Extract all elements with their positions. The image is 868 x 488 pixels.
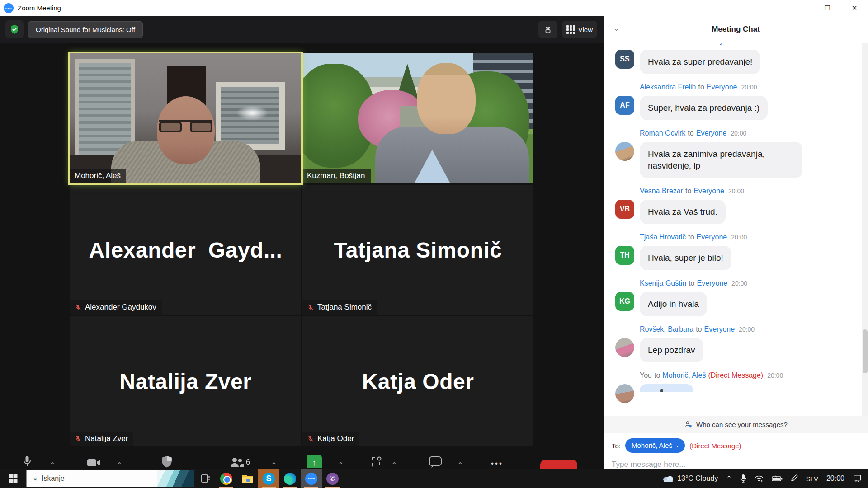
recipient-name: Everyone [696,129,727,137]
participant-name: Kuzman, Boštjan [307,171,365,180]
participants-options-chevron[interactable]: ⌃ [271,461,277,468]
message-bubble [640,384,693,392]
recipient-name: Everyone [697,233,727,241]
windows-taskbar: ⌕ Iskanje S zoom ✆ 13°C Cloudy ⌃ [0,469,868,488]
tray-battery[interactable] [768,469,787,488]
record-button[interactable] [371,455,382,468]
chat-scrollbar[interactable] [862,43,868,416]
to-word: to [688,129,693,137]
hidden-icons-button[interactable]: ⌃ [722,469,736,488]
more-button[interactable]: ••• [491,459,503,468]
skype-icon: S [263,473,275,485]
minimize-button[interactable]: – [787,0,814,16]
to-word: to [697,43,703,45]
zoom-logo-icon: zoom [4,3,14,13]
participants-button[interactable]: 6 [230,456,250,468]
message-time: 20:00 [731,280,747,287]
language-indicator[interactable]: SLV [802,469,822,488]
restore-button[interactable]: ❐ [814,0,841,16]
share-screen-button[interactable]: ↑ [307,455,322,468]
record-options-chevron[interactable]: ⌃ [392,461,397,468]
message-time: 19:59 [740,43,755,45]
task-view-icon [200,474,211,483]
chat-bubble-icon [429,455,442,468]
chat-message: AF Aleksandra Frelih to Everyone 20:00 S… [615,83,859,120]
taskbar-file-explorer[interactable] [237,469,258,488]
wifi-icon [755,475,764,482]
view-button[interactable]: View [562,21,597,38]
tray-microphone[interactable] [736,469,750,488]
avatar: AF [615,96,634,115]
chat-message: KG Ksenija Guštin to Everyone 20:00 Adij… [615,279,859,316]
sender-name: You [640,371,652,380]
chat-message: Rovšek, Barbara to Everyone 20:00 Lep po… [615,325,859,362]
original-sound-button[interactable]: Original Sound for Musicians: Off [28,21,143,38]
camera-icon [87,457,100,468]
tray-pen[interactable] [787,469,802,488]
chat-title: Meeting Chat [712,25,760,34]
muted-mic-icon [75,304,82,311]
recipient-selected: Mohorič, Aleš [632,441,672,449]
chat-message: TH Tjaša Hrovatič to Everyone 20:00 Hval… [615,233,859,270]
taskbar-zoom[interactable]: zoom [301,469,322,488]
taskbar-skype[interactable]: S [258,469,279,488]
leave-button[interactable] [540,460,577,469]
mic-options-chevron[interactable]: ⌃ [50,461,55,468]
meeting-toolbar: ⌃ ⌃ 6 ⌃ ↑ ⌃ ⌃ [0,452,604,469]
taskbar-edge[interactable] [279,469,301,488]
mic-icon [22,455,33,468]
to-word: to [654,371,660,380]
file-explorer-icon [241,473,254,484]
video-tile-simonic[interactable]: Tatjana Simonič Tatjana Simonič [302,185,533,315]
tray-mic-icon [740,474,746,483]
video-tile-mohoric[interactable]: Mohorič, Aleš [70,53,301,183]
cast-button[interactable] [538,21,557,38]
chrome-icon [220,473,232,485]
avatar: VB [615,200,634,219]
chat-message: VB Vesna Brezar to Everyone 20:00 Hvala … [615,187,859,224]
to-word: to [696,325,702,333]
chat-scrollbar-thumb[interactable] [863,329,868,373]
recipient-name: Mohorič, Aleš [662,371,706,380]
language-code: SLV [806,475,818,483]
battery-icon [772,475,783,482]
search-box[interactable]: ⌕ Iskanje [26,470,194,487]
video-options-chevron[interactable]: ⌃ [117,461,122,468]
privacy-note[interactable]: Who can see your messages? [604,416,868,433]
avatar: TH [615,246,634,265]
participant-name: Mohorič, Aleš [75,171,121,180]
taskbar-chrome[interactable] [216,469,237,488]
sender-name: Rovšek, Barbara [640,325,693,333]
security-button[interactable] [161,455,173,468]
video-feed [70,53,301,183]
chat-collapse-chevron[interactable]: ⌄ [613,24,619,33]
to-word: to [698,83,704,91]
video-tile-kuzman[interactable]: Kuzman, Boštjan [302,53,533,183]
start-button[interactable] [0,469,26,488]
task-view-button[interactable] [194,469,216,488]
clock[interactable]: 20:00 [822,469,849,488]
weather-widget[interactable]: 13°C Cloudy [658,469,722,488]
mute-button[interactable] [22,455,33,468]
video-tile-gaydukov[interactable]: Alexander Gayd... Alexander Gaydukov [70,185,301,315]
chevron-up-icon: ⌃ [726,474,732,483]
video-tile-oder[interactable]: Katja Oder Katja Oder [302,316,533,446]
direct-message-label: (Direct Message) [689,442,741,450]
close-button[interactable]: ✕ [841,0,868,16]
notification-center-button[interactable] [849,469,868,488]
video-button[interactable] [87,457,100,468]
share-options-chevron[interactable]: ⌃ [338,461,344,468]
participant-name-tag: Tatjana Simonič [302,300,377,315]
zoom-app-icon: zoom [305,473,317,485]
recipient-selector[interactable]: Mohorič, Aleš ⌄ [625,438,685,453]
chat-input[interactable]: Type message here... [612,460,868,469]
recipient-name: Everyone [704,325,735,333]
participants-icon [230,456,244,468]
video-tile-zver[interactable]: Natalija Zver Natalija Zver [70,316,301,446]
tray-wifi[interactable] [750,469,768,488]
chat-button[interactable] [429,455,442,468]
grid-view-icon [566,25,575,34]
chat-options-chevron[interactable]: ⌃ [458,461,463,468]
direct-message-label: (Direct Message) [708,371,763,380]
taskbar-viber[interactable]: ✆ [322,469,343,488]
